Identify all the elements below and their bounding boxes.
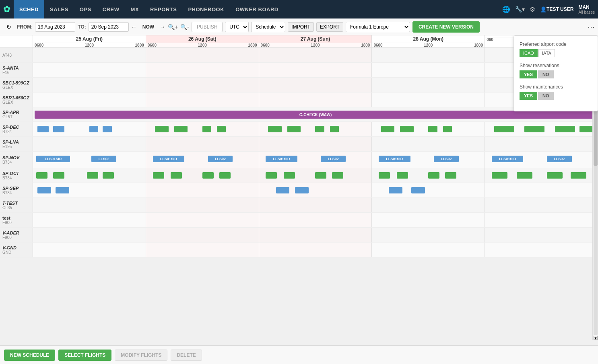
flight-block[interactable]: [217, 126, 226, 132]
flight-block[interactable]: [103, 126, 111, 132]
nav-item-mx[interactable]: MX: [125, 0, 145, 19]
labeled-flight-block[interactable]: LLS01SID: [36, 156, 70, 162]
labeled-flight-block[interactable]: LLS02: [321, 156, 346, 162]
day-cell-test-sun: [259, 213, 372, 227]
flight-block[interactable]: [517, 172, 532, 179]
flight-block[interactable]: [276, 187, 290, 193]
flight-block[interactable]: [37, 187, 51, 193]
flight-block[interactable]: [555, 126, 575, 132]
day-cell-ttest-sat: [146, 198, 259, 212]
labeled-flight-block[interactable]: LLS01SID: [379, 156, 410, 162]
flight-block[interactable]: [53, 126, 64, 132]
flight-block[interactable]: [547, 172, 563, 179]
flight-block[interactable]: [56, 187, 69, 193]
wrench-icon[interactable]: 🔧▾: [515, 6, 525, 12]
flight-block[interactable]: [266, 172, 277, 179]
nav-item-ops[interactable]: OPS: [74, 0, 97, 19]
to-date-input[interactable]: [89, 22, 129, 32]
labeled-flight-block[interactable]: LLS01SID: [153, 156, 184, 162]
flight-block[interactable]: [445, 172, 456, 179]
flight-block[interactable]: [36, 172, 47, 179]
publish-button[interactable]: PUBLISH: [192, 22, 223, 32]
scrollbar-down-arrow[interactable]: ▼: [594, 336, 598, 340]
flight-block[interactable]: [284, 172, 295, 179]
app-logo[interactable]: ✿: [3, 4, 10, 14]
maintenances-yes-button[interactable]: YES: [520, 92, 537, 100]
day-cell-vgnd-sun: [259, 243, 372, 257]
aircraft-row-spoct: SP-OCT B734: [0, 168, 598, 183]
flight-block[interactable]: [202, 172, 214, 179]
maintenances-no-button[interactable]: NO: [538, 92, 554, 100]
version-select[interactable]: Formula 1 Europe: [346, 22, 410, 32]
flight-block[interactable]: [53, 172, 64, 179]
nav-item-sales[interactable]: SALES: [44, 0, 74, 19]
flight-block[interactable]: [332, 172, 343, 179]
zoom-in-button[interactable]: 🔍+: [168, 24, 178, 30]
flight-block[interactable]: [268, 126, 282, 132]
create-version-button[interactable]: CREATE NEW VERSION: [412, 21, 480, 33]
nav-item-crew[interactable]: CREW: [97, 0, 125, 19]
flight-block[interactable]: [153, 172, 164, 179]
day-cell-spsep-sun: [259, 183, 372, 197]
nav-item-phonebook[interactable]: PHONEBOOK: [182, 0, 230, 19]
nav-item-reports[interactable]: REPORTS: [144, 0, 182, 19]
flight-block[interactable]: [428, 126, 437, 132]
flight-block[interactable]: [400, 126, 414, 132]
flight-block[interactable]: [524, 126, 544, 132]
flight-block[interactable]: [219, 172, 231, 179]
man-name[interactable]: MAN: [578, 4, 589, 10]
left-arrow[interactable]: ←: [131, 24, 137, 30]
flight-block[interactable]: [397, 172, 408, 179]
flight-block[interactable]: [295, 187, 309, 193]
timezone-select[interactable]: UTC: [225, 22, 249, 32]
flight-block[interactable]: [171, 172, 182, 179]
gear-icon[interactable]: ⚙: [530, 6, 535, 13]
labeled-flight-block[interactable]: LLS02: [434, 156, 459, 162]
iata-button[interactable]: IATA: [538, 49, 555, 57]
flight-block[interactable]: [330, 126, 339, 132]
flight-block[interactable]: [379, 172, 390, 179]
flight-block[interactable]: [381, 126, 395, 132]
schedule-scroll[interactable]: AT43 S-ANTA F16: [0, 48, 598, 345]
nav-item-ownerboard[interactable]: OWNER BOARD: [230, 0, 284, 19]
reservations-yes-button[interactable]: YES: [520, 70, 537, 78]
view-select[interactable]: Schedule: [251, 22, 285, 32]
labeled-flight-block[interactable]: LLS01SID: [266, 156, 297, 162]
reservations-no-button[interactable]: NO: [538, 70, 554, 78]
flight-block[interactable]: [389, 187, 402, 193]
flight-block[interactable]: [155, 126, 169, 132]
user-name: TEST USER: [546, 6, 573, 12]
flight-block[interactable]: [315, 126, 324, 132]
flight-block[interactable]: [287, 126, 301, 132]
labeled-flight-block[interactable]: LLS01SID: [492, 156, 523, 162]
flight-block[interactable]: [315, 172, 326, 179]
labeled-flight-block[interactable]: LLS02: [208, 156, 233, 162]
flight-block[interactable]: [579, 126, 593, 132]
flight-block[interactable]: [411, 187, 425, 193]
flight-block[interactable]: [37, 126, 49, 132]
nav-item-sched[interactable]: SCHED: [14, 0, 44, 19]
from-date-input[interactable]: [35, 22, 75, 32]
flight-block[interactable]: [428, 172, 439, 179]
flight-block[interactable]: [492, 172, 507, 179]
now-button[interactable]: NOW: [139, 23, 157, 31]
refresh-button[interactable]: ↻: [3, 22, 14, 32]
import-button[interactable]: IMPORT: [288, 22, 313, 32]
flight-block[interactable]: [494, 126, 514, 132]
flight-block[interactable]: [89, 126, 98, 132]
flight-block[interactable]: [174, 126, 188, 132]
maint-block-ccheck[interactable]: C-CHECK (WAW): [35, 111, 596, 119]
flight-block[interactable]: [443, 126, 452, 132]
flight-block[interactable]: [87, 172, 98, 179]
more-options-button[interactable]: ⋯: [588, 23, 595, 31]
icao-button[interactable]: ICAO: [520, 49, 538, 57]
flight-block[interactable]: [202, 126, 211, 132]
globe-icon[interactable]: 🌐: [502, 6, 510, 13]
export-button[interactable]: EXPORT: [316, 22, 343, 32]
zoom-out-button[interactable]: 🔍-: [180, 24, 189, 30]
flight-block[interactable]: [571, 172, 586, 179]
labeled-flight-block[interactable]: LLS02: [91, 156, 116, 162]
flight-block[interactable]: [103, 172, 114, 179]
labeled-flight-block[interactable]: LLS02: [547, 156, 572, 162]
right-arrow[interactable]: →: [160, 24, 165, 30]
